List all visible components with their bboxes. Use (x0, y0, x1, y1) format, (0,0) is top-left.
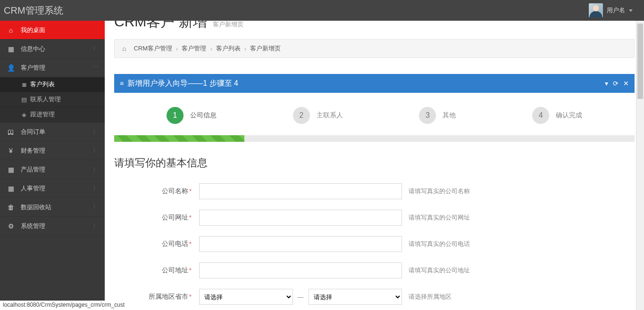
page-header: CRM客户 新增 客户新增页 (114, 21, 635, 36)
form-row-3: 公司地址*请填写真实的公司地址 (114, 262, 635, 278)
app-brand: CRM管理系统 (4, 4, 63, 17)
chevron-right-icon: 〉 (93, 185, 98, 192)
chevron-right-icon: 〉 (93, 204, 98, 211)
layers-icon: ◈ (21, 111, 27, 118)
field-help: 请填写真实的公司电话 (409, 240, 635, 248)
sidebar-item-label: 客户管理 (21, 64, 45, 72)
step-number: 4 (532, 107, 549, 124)
breadcrumb-item-1[interactable]: 客户管理 (182, 44, 206, 53)
sidebar-item-label: 信息中心 (21, 45, 45, 53)
sidebar-item-label: 产品管理 (21, 165, 45, 174)
chevron-right-icon: 〉 (93, 147, 98, 154)
page-subtitle: 客户新增页 (213, 21, 243, 29)
sidebar-item-label: 我的桌面 (21, 26, 45, 34)
step-number: 2 (293, 107, 310, 124)
breadcrumb-separator: › (244, 45, 246, 52)
step-number: 1 (167, 107, 184, 124)
input-2[interactable] (199, 236, 402, 252)
chevron-right-icon: 〉 (93, 128, 98, 135)
chevron-right-icon: 〉 (92, 65, 99, 70)
wizard-steps: 1公司信息2主联系人3其他4确认完成 (114, 93, 635, 135)
chevron-right-icon: 〉 (93, 45, 98, 52)
field-label: 公司地址* (114, 266, 199, 275)
city-select[interactable]: 请选择 (309, 289, 402, 305)
input-3[interactable] (199, 262, 402, 278)
sidebar-subitem-label: 客户列表 (30, 81, 55, 89)
sidebar-item-6[interactable]: ▦人事管理〉 (0, 179, 105, 198)
field-help: 请填写真实的公司地址 (409, 266, 635, 275)
sidebar-item-0[interactable]: ⌂我的桌面 (0, 21, 105, 40)
step-number: 3 (419, 107, 436, 124)
sidebar-subitem-label: 跟进管理 (30, 111, 55, 119)
vertical-scrollbar[interactable] (636, 21, 644, 310)
wizard-title: 新增用户录入向导——1 步骤至 4 (127, 79, 605, 89)
chevron-down-icon (629, 9, 633, 12)
sidebar-item-8[interactable]: ⚙系统管理〉 (0, 217, 105, 236)
breadcrumb-item-2[interactable]: 客户列表 (216, 44, 241, 53)
wizard-form: 公司名称*请填写真实的公司名称公司网址*请填写真实的公司网址公司电话*请填写真实… (114, 183, 635, 305)
sidebar-item-label: 系统管理 (21, 222, 45, 230)
yen-icon: ¥ (7, 147, 15, 155)
progress-bar (114, 135, 244, 142)
sidebar-item-2[interactable]: 👤客户管理〉 (0, 58, 105, 77)
input-1[interactable] (199, 210, 402, 226)
step-label: 其他 (443, 111, 456, 120)
list-icon: ≣ (21, 81, 27, 88)
field-label: 所属地区省市* (114, 293, 199, 301)
sidebar-item-label: 数据回收站 (21, 203, 51, 212)
sidebar-subitem-2-1[interactable]: ▤联系人管理 (0, 92, 105, 107)
sidebar-item-label: 人事管理 (21, 184, 45, 193)
close-icon[interactable]: ✕ (623, 80, 629, 87)
province-select[interactable]: 请选择 (199, 289, 293, 305)
chevron-right-icon: 〉 (93, 222, 98, 229)
form-row-4: 所属地区省市* 请选择 — 请选择 请选择所属地区 (114, 289, 635, 305)
sidebar-item-label: 合同订单 (21, 128, 45, 136)
refresh-icon[interactable]: ⟳ (613, 80, 619, 87)
doc-icon: 🕮 (7, 128, 15, 136)
wizard-step-2[interactable]: 2主联系人 (293, 107, 343, 124)
wizard-step-3[interactable]: 3其他 (419, 107, 456, 124)
wizard-step-4[interactable]: 4确认完成 (532, 107, 582, 124)
wizard-panel-header: ≡ 新增用户录入向导——1 步骤至 4 ▾ ⟳ ✕ (114, 74, 635, 93)
step-label: 确认完成 (556, 111, 582, 120)
sidebar: ⌂我的桌面▦信息中心〉👤客户管理〉≣客户列表▤联系人管理◈跟进管理🕮合同订单〉¥… (0, 21, 105, 310)
page-title: CRM客户 新增 (114, 21, 207, 32)
breadcrumb-item-0[interactable]: CRM客户管理 (134, 44, 172, 53)
wizard-step-1[interactable]: 1公司信息 (167, 107, 217, 124)
sidebar-subitem-2-0[interactable]: ≣客户列表 (0, 77, 105, 92)
breadcrumb-item-3: 客户新增页 (250, 44, 281, 53)
cust-icon: 👤 (7, 64, 15, 72)
trash-icon: 🗑 (7, 204, 15, 211)
field-label: 公司电话* (114, 240, 199, 248)
scrollbar-thumb[interactable] (637, 24, 643, 99)
collapse-icon[interactable]: ▾ (605, 80, 608, 87)
gear-icon: ⚙ (7, 222, 15, 230)
grid-icon: ▦ (7, 166, 15, 173)
field-help: 请填写真实的公司网址 (409, 213, 635, 222)
chevron-right-icon: 〉 (93, 166, 98, 173)
sidebar-item-1[interactable]: ▦信息中心〉 (0, 40, 105, 58)
field-help: 请选择所属地区 (409, 293, 635, 301)
step-label: 公司信息 (190, 111, 217, 120)
form-row-1: 公司网址*请填写真实的公司网址 (114, 210, 635, 226)
home-icon: ⌂ (7, 26, 15, 34)
sidebar-item-4[interactable]: ¥财务管理〉 (0, 141, 105, 160)
main-content: CRM客户 新增 客户新增页 ⌂CRM客户管理›客户管理›客户列表›客户新增页 … (105, 21, 644, 310)
user-name: 用户名 (607, 6, 625, 15)
sidebar-item-5[interactable]: ▦产品管理〉 (0, 160, 105, 179)
sidebar-item-3[interactable]: 🕮合同订单〉 (0, 122, 105, 141)
breadcrumb: ⌂CRM客户管理›客户管理›客户列表›客户新增页 (114, 39, 635, 58)
status-bar: localhost:8080/CrmSystem/pages_crm/crm_c… (0, 301, 127, 310)
user-menu[interactable]: 用户名 (583, 3, 644, 17)
input-0[interactable] (199, 183, 402, 199)
sidebar-subitem-2-2[interactable]: ◈跟进管理 (0, 107, 105, 122)
field-label: 公司网址* (114, 213, 199, 222)
field-label: 公司名称* (114, 187, 199, 196)
topbar: CRM管理系统 用户名 (0, 0, 644, 21)
field-help: 请填写真实的公司名称 (409, 187, 635, 196)
grid-icon: ▦ (7, 185, 15, 192)
sidebar-item-7[interactable]: 🗑数据回收站〉 (0, 198, 105, 217)
breadcrumb-separator: › (210, 45, 212, 52)
avatar (589, 3, 603, 17)
sidebar-subitem-label: 联系人管理 (30, 96, 61, 104)
